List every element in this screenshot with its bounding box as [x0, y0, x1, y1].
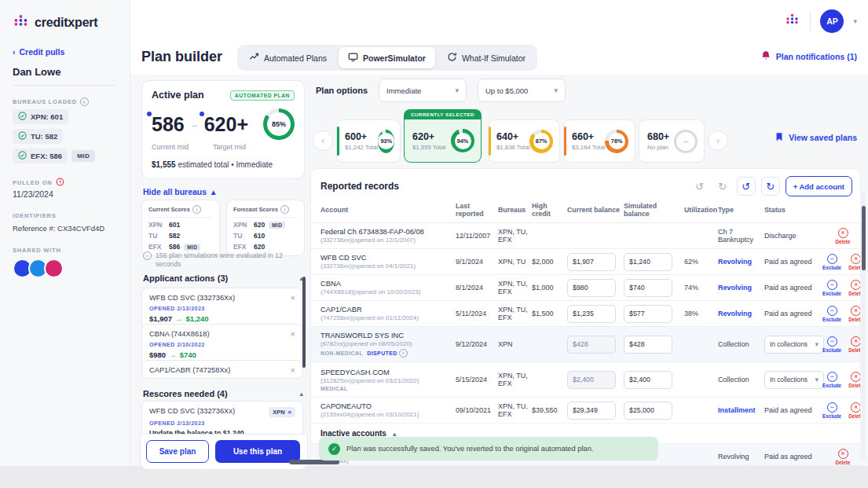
high-credit-cell: $1,500: [532, 306, 567, 321]
status-dropdown[interactable]: In collections▾: [764, 336, 824, 354]
status-cell: Paid as agreed: [764, 255, 827, 269]
delete-button[interactable]: ×Delete: [836, 228, 851, 244]
account-cell: CAPONEAUTO(2155xx04)(opened on 03/10/202…: [320, 399, 456, 421]
bureau-score-label: EFX: 586: [31, 152, 62, 160]
delete-icon: ×: [838, 228, 848, 238]
score-card[interactable]: 680+No plan--: [639, 119, 705, 163]
score-card[interactable]: 660+$3,164 Total76%: [563, 119, 635, 163]
current-balance-input[interactable]: [567, 336, 616, 354]
tab-automated-plans[interactable]: Automated Plans: [240, 47, 336, 68]
exclude-label: Exclude: [822, 265, 841, 270]
refresh-icon[interactable]: ↻: [761, 177, 780, 196]
delete-icon: ×: [851, 402, 861, 413]
account-type-link[interactable]: Revolving: [718, 284, 752, 292]
bureau-score-pill: TU: 582: [13, 129, 63, 144]
delete-button[interactable]: ×Delete: [848, 372, 861, 388]
current-balance-input[interactable]: [567, 279, 616, 297]
creditxpert-logo-icon: [13, 13, 30, 33]
delete-button[interactable]: ×Delete: [848, 336, 861, 353]
view-saved-plans-link[interactable]: View saved plans: [775, 132, 857, 143]
tag-text: NON-MEDICAL: [320, 350, 363, 356]
account-details: (744X8618)(opened on 10/20/2023): [320, 288, 452, 295]
current-balance-input[interactable]: [567, 402, 616, 420]
current-balance-input[interactable]: [567, 371, 616, 389]
account-details: (2155xx04)(opened on 03/10/2021): [320, 411, 452, 418]
balance-change: $980→$740: [149, 350, 295, 359]
score-card[interactable]: 640+$1,836 Total87%: [488, 119, 560, 163]
exclude-icon: −: [827, 336, 837, 347]
caret-up-icon: ▴: [211, 187, 215, 196]
opened-date: OPENED 2/13/2023: [149, 420, 295, 427]
hide-all-bureaus-toggle[interactable]: Hide all bureaus▴: [143, 187, 215, 196]
column-header: Current balance: [567, 206, 624, 214]
account-cell: SPEEDYCASH.COM(312825xx)(opened on 03/21…: [320, 365, 456, 394]
exclude-label: Exclude: [822, 347, 841, 353]
use-this-plan-button[interactable]: Use this plan: [215, 440, 300, 463]
account-type-link[interactable]: Installment: [718, 406, 756, 414]
high-credit-cell: $2,000: [532, 255, 567, 269]
tab-what-if-simulator[interactable]: What-If Simulator: [438, 47, 535, 68]
close-icon[interactable]: ×: [291, 294, 295, 303]
carousel-prev-button[interactable]: ‹: [313, 130, 333, 151]
account-cell: Federal Ch 6734838-FAP-06/08(332736xx)(o…: [320, 225, 456, 247]
exclude-button[interactable]: −Exclude: [822, 372, 841, 388]
simulated-balance-input[interactable]: [624, 402, 672, 420]
client-name: Dan Lowe: [13, 66, 60, 78]
exclude-button[interactable]: −Exclude: [822, 280, 841, 296]
divider: [810, 11, 811, 31]
tab-powersimulator[interactable]: PowerSimulator: [339, 47, 435, 68]
score-card-selected[interactable]: CURRENTLY SELECTED620+$1,555 Total94%: [404, 109, 482, 163]
status-dropdown[interactable]: In collections▾: [764, 371, 824, 389]
active-plan-title: Active plan: [152, 90, 204, 101]
undo-icon[interactable]: ↺: [691, 178, 709, 195]
delete-button[interactable]: ×Delete: [848, 402, 861, 419]
avatar-caret-icon[interactable]: ▾: [853, 17, 857, 25]
delete-button[interactable]: ×Delete: [848, 306, 861, 322]
delete-button[interactable]: ×Delete: [848, 280, 861, 296]
close-icon[interactable]: ×: [291, 366, 295, 375]
table-vertical-scrollbar-thumb[interactable]: [862, 206, 866, 270]
simulated-balance-input[interactable]: [624, 305, 672, 323]
account-name: CBNA: [320, 280, 452, 288]
exclude-button[interactable]: −Exclude: [822, 254, 841, 270]
save-plan-button[interactable]: Save plan: [146, 440, 209, 463]
redo-icon[interactable]: ↻: [714, 178, 731, 195]
user-avatar[interactable]: AP: [820, 9, 844, 33]
plan-notifications-link[interactable]: Plan notifications (1): [760, 50, 857, 63]
collapse-caret-icon[interactable]: ▴: [393, 430, 397, 438]
current-balance-input[interactable]: [567, 253, 616, 271]
score-card[interactable]: 600+$1,242 Total93%: [336, 119, 401, 163]
bureau-badge: EFX: 586MID: [13, 149, 95, 163]
plan-likelihood-ring: 85%: [263, 108, 295, 140]
close-icon[interactable]: ×: [291, 330, 295, 339]
simulated-balance-input[interactable]: [624, 336, 672, 354]
add-account-button[interactable]: + Add account: [786, 176, 852, 196]
creditxpert-mini-logo-icon[interactable]: [785, 12, 800, 31]
disputed-tag[interactable]: DISPUTEDi: [367, 349, 408, 358]
exclude-button[interactable]: −Exclude: [822, 336, 841, 353]
exclude-button[interactable]: −Exclude: [822, 402, 841, 419]
budget-dropdown[interactable]: Up to $5,000▾: [478, 79, 566, 102]
account-type-link[interactable]: Revolving: [718, 258, 752, 266]
carousel-next-button[interactable]: ›: [708, 130, 728, 151]
bureaus-cell: XPN, TU, EFX: [498, 369, 532, 391]
current-balance-input[interactable]: [567, 305, 616, 323]
simulated-balance-input[interactable]: [624, 253, 672, 271]
delete-button[interactable]: ×Delete: [836, 449, 851, 465]
simulated-balance-input[interactable]: [624, 279, 672, 297]
simulated-balance-input[interactable]: [624, 371, 672, 389]
credit-pulls-back-link[interactable]: ‹ Credit pulls: [13, 47, 64, 57]
account-cell: TRANSWORLD SYS INC(6782xx)(opened on 08/…: [320, 328, 456, 361]
revert-icon[interactable]: ↺: [737, 177, 756, 196]
delete-button[interactable]: ×Delete: [848, 254, 861, 270]
timing-dropdown[interactable]: Immediate▾: [379, 79, 467, 102]
account-type-link[interactable]: Revolving: [718, 310, 752, 317]
close-icon[interactable]: ×: [288, 409, 291, 416]
shared-user-avatar[interactable]: [44, 259, 64, 278]
left-panel-scrollbar[interactable]: [302, 277, 306, 368]
collapse-caret-icon[interactable]: ▴: [299, 390, 303, 398]
last-reported-cell: 5/15/2024: [456, 372, 498, 387]
bureaus-cell: XPN, TU, EFX: [498, 225, 532, 247]
exclude-label: Exclude: [822, 383, 841, 388]
exclude-button[interactable]: −Exclude: [822, 306, 841, 322]
